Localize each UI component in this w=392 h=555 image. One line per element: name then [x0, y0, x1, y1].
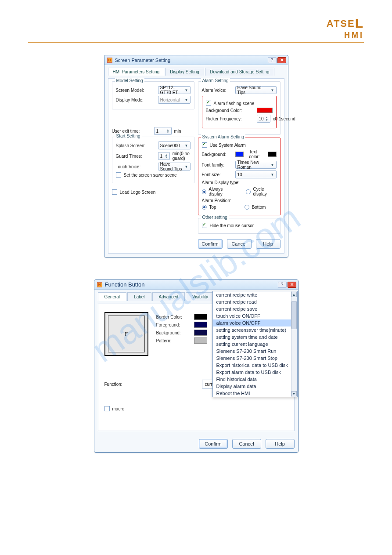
function-dropdown[interactable]: current recipe writecurrent recipe readc… — [212, 291, 298, 397]
screen-model-label: Screen Model: — [116, 88, 155, 93]
load-logo-checkbox[interactable] — [112, 189, 117, 195]
tab-general[interactable]: General — [98, 292, 127, 301]
font-family-label: Font family: — [202, 163, 233, 167]
button-row: Confirm Cancel Help — [112, 239, 281, 249]
group-legend: Start Setting — [115, 134, 142, 138]
scroll-up-icon[interactable]: ▲ — [291, 292, 297, 297]
dropdown-item[interactable]: setting system time and date — [213, 334, 297, 341]
dropdown-item[interactable]: setting current language — [213, 341, 297, 348]
dropdown-item[interactable]: Siemens S7-200 Smart Stop — [213, 355, 297, 362]
tab-hmi-parameters[interactable]: HMI Parameters Setting — [108, 68, 165, 76]
alarm-bg-label: Background Color: — [206, 108, 254, 113]
screen-model-select[interactable]: SP112-GT70-ET▼ — [158, 86, 191, 94]
background-swatch[interactable] — [194, 330, 207, 336]
font-family-select[interactable]: Times New Roman▼ — [235, 161, 277, 169]
group-legend: Other setting — [201, 215, 229, 220]
dropdown-item[interactable]: current recipe write — [213, 291, 297, 298]
dropdown-item[interactable]: Display alarm data — [213, 383, 297, 390]
display-type-cycle-radio[interactable] — [246, 189, 250, 194]
position-bottom-radio[interactable] — [245, 205, 249, 210]
stepper-icon: ▲▼ — [165, 153, 168, 159]
flicker-spinner[interactable]: 10 ▲▼ — [257, 115, 270, 123]
titlebar[interactable]: H Screen Parameter Setting ? ✕ — [104, 55, 288, 65]
function-button-window: H Function Button ? ✕ General Label Adva… — [94, 279, 298, 453]
position-top-label: Top — [209, 205, 216, 210]
position-top-radio[interactable] — [202, 205, 207, 210]
tab-display[interactable]: Display Setting — [165, 68, 204, 76]
dropdown-item[interactable]: Reboot the HMI — [213, 390, 297, 397]
display-type-cycle-label: Cycle display — [253, 187, 277, 196]
chevron-down-icon: ▼ — [185, 98, 188, 102]
dropdown-item[interactable]: current recipe read — [213, 298, 297, 305]
alarm-flashing-checkbox[interactable] — [206, 101, 211, 106]
user-exit-spinner[interactable]: 1 ▲▼ — [154, 127, 172, 135]
window-title: Function Button — [105, 281, 145, 288]
macro-label: macro — [112, 406, 125, 411]
font-size-select[interactable]: 10▼ — [235, 170, 277, 178]
tab-advanced[interactable]: Advanced — [152, 292, 185, 301]
foreground-swatch[interactable] — [194, 322, 207, 328]
dropdown-item[interactable]: alarm voice ON/OFF — [213, 319, 297, 326]
scroll-down-icon[interactable]: ▼ — [291, 391, 297, 396]
app-icon: H — [97, 282, 102, 287]
chevron-down-icon: ▼ — [271, 173, 274, 177]
guard-label: Guard Times: — [116, 154, 155, 159]
use-system-alarm-checkbox[interactable] — [202, 142, 207, 148]
titlebar[interactable]: H Function Button ? ✕ — [94, 280, 298, 290]
tab-download[interactable]: Download and Storage Setting — [205, 68, 274, 76]
group-legend: Alarm Setting — [201, 78, 230, 83]
dropdown-item[interactable]: Find historical data — [213, 376, 297, 383]
cancel-button[interactable]: Cancel — [227, 239, 252, 249]
help-titlebutton[interactable]: ? — [268, 57, 277, 63]
app-icon: H — [107, 58, 112, 63]
pattern-swatch[interactable] — [194, 337, 207, 344]
group-legend: System Alarm Setting — [201, 134, 246, 139]
tab-label[interactable]: Label — [127, 292, 151, 301]
alarm-voice-label: Alarm Voice: — [202, 88, 233, 93]
help-button[interactable]: Help — [266, 439, 295, 449]
dropdown-item[interactable]: touch voice ON/OFF — [213, 312, 297, 319]
dropdown-item[interactable]: Export alarm data to USB disk — [213, 369, 297, 376]
close-button[interactable]: ✕ — [277, 57, 286, 63]
touch-voice-select[interactable]: Have Sound Tips▼ — [158, 163, 191, 170]
tabs: HMI Parameters Setting Display Setting D… — [108, 68, 284, 76]
screensaver-checkbox[interactable] — [116, 172, 121, 178]
sys-text-label: Text color: — [249, 149, 265, 159]
help-titlebutton[interactable]: ? — [278, 282, 287, 288]
help-button[interactable]: Help — [256, 239, 281, 249]
dropdown-item[interactable]: setting screensaver time(minute) — [213, 326, 297, 334]
scroll-thumb[interactable] — [291, 301, 297, 329]
hide-cursor-checkbox[interactable] — [202, 223, 207, 228]
dropdown-item[interactable]: current recipe save — [213, 305, 297, 312]
button-preview: F — [104, 312, 148, 356]
guard-unit: min(0 no guard) — [173, 151, 191, 161]
dropdown-item[interactable]: Export historical data to USB disk — [213, 362, 297, 369]
border-color-label: Border Color: — [156, 315, 191, 319]
sys-text-swatch[interactable] — [268, 152, 277, 157]
alarm-voice-select[interactable]: Have Sound Tips▼ — [235, 86, 277, 94]
splash-select[interactable]: Scene000▼ — [158, 141, 191, 149]
screensaver-label: Set the screen saver scene — [124, 173, 177, 178]
touch-voice-label: Touch Voice: — [116, 164, 155, 169]
scrollbar[interactable]: ▲ ▼ — [291, 291, 297, 397]
macro-checkbox[interactable] — [104, 406, 110, 411]
button-row: Confirm Cancel Help — [98, 439, 295, 449]
pattern-label: Pattern: — [156, 338, 191, 343]
alarm-bg-swatch[interactable] — [257, 108, 273, 113]
guard-spinner[interactable]: 1 ▲▼ — [158, 152, 170, 160]
flicker-unit: x0.1second — [273, 116, 295, 121]
sys-bg-swatch[interactable] — [235, 152, 244, 157]
display-mode-select[interactable]: Horizontal▼ — [158, 96, 191, 104]
close-button[interactable]: ✕ — [288, 282, 296, 288]
confirm-button[interactable]: Confirm — [198, 239, 223, 249]
start-setting-group: Start Setting Splash Screen: Scene000▼ G… — [112, 137, 194, 183]
hide-cursor-label: Hide the mouse cursor — [210, 223, 254, 228]
dropdown-item[interactable]: Siemens S7-200 Smart Run — [213, 348, 297, 355]
border-color-swatch[interactable] — [194, 314, 207, 320]
alarm-setting-group: Alarm Setting Alarm Voice: Have Sound Ti… — [198, 81, 281, 135]
cancel-button[interactable]: Cancel — [232, 439, 261, 449]
display-type-always-radio[interactable] — [202, 189, 206, 194]
confirm-button[interactable]: Confirm — [199, 439, 228, 449]
screen-parameter-window: H Screen Parameter Setting ? ✕ HMI Param… — [104, 55, 288, 258]
tab-visibility[interactable]: Visibility — [186, 292, 215, 301]
